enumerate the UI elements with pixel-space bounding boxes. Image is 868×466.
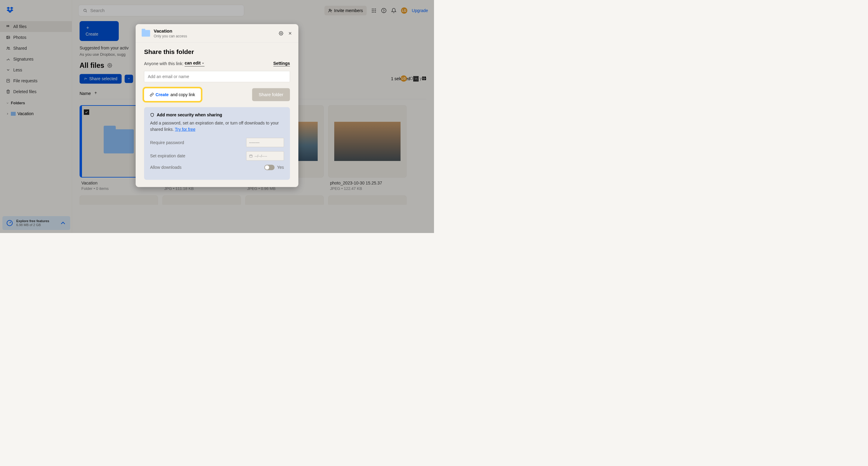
settings-link[interactable]: Settings [273,61,290,66]
toggle-value: Yes [277,165,284,170]
gear-icon[interactable] [279,31,283,36]
expiration-label: Set expiration date [150,153,185,158]
svg-rect-37 [250,155,252,157]
modal-folder-name: Vacation [154,28,187,33]
require-password-label: Require password [150,140,184,145]
allow-downloads-label: Allow downloads [150,165,181,170]
share-folder-button[interactable]: Share folder [252,88,290,101]
allow-downloads-toggle[interactable] [264,165,275,170]
expiration-date-input[interactable]: --/--/---- [246,151,284,161]
share-modal: Vacation Only you can access Share this … [135,24,299,187]
folder-icon [142,30,150,37]
shield-icon [150,113,154,117]
link-icon [150,93,154,97]
permission-dropdown[interactable]: can edit [185,61,205,67]
chevron-down-icon [202,62,205,65]
email-input[interactable] [144,71,290,82]
permission-label: Anyone with this link: [144,61,184,66]
modal-access-label: Only you can access [154,34,187,38]
modal-title: Share this folder [144,48,290,56]
security-card: Add more security when sharing Add a pas… [144,107,290,180]
close-icon[interactable] [288,31,292,36]
calendar-icon [249,154,253,158]
password-input[interactable] [246,138,284,147]
create-copy-link-button[interactable]: Create and copy link [144,88,201,101]
try-free-link[interactable]: Try for free [175,127,195,132]
svg-point-34 [281,33,282,34]
